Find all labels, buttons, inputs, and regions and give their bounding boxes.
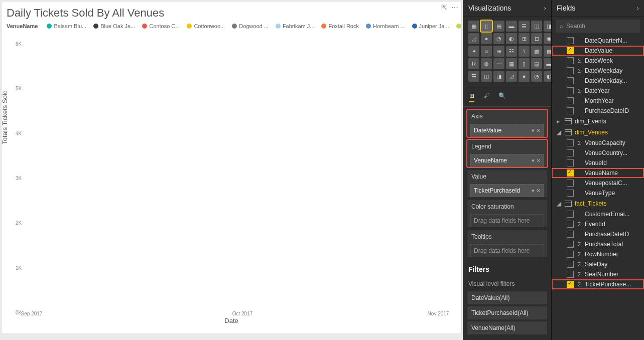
viz-type-icon[interactable]: ◍: [481, 58, 492, 69]
viz-type-icon[interactable]: ⋯: [493, 58, 504, 69]
viz-type-icon[interactable]: ▯: [519, 58, 530, 69]
field-item[interactable]: ΣDateYear: [552, 86, 644, 96]
field-checkbox[interactable]: [567, 211, 574, 218]
field-item[interactable]: DateWeekday...: [552, 76, 644, 86]
viz-type-icon[interactable]: ▬: [506, 21, 517, 32]
field-checkbox[interactable]: [567, 180, 574, 187]
field-checkbox[interactable]: [567, 149, 574, 156]
field-item[interactable]: ΣSaleDay: [552, 259, 644, 269]
table-item[interactable]: ▸dim_Events: [552, 116, 644, 127]
legend-item[interactable]: Fabrikam J...: [276, 23, 315, 29]
format-tab[interactable]: 🖌: [483, 92, 489, 102]
table-item[interactable]: ◢fact_Tickets: [552, 198, 644, 209]
viz-type-icon[interactable]: ◿: [468, 33, 479, 44]
field-checkbox[interactable]: [567, 139, 574, 146]
viz-type-icon[interactable]: ▩: [531, 46, 542, 57]
analytics-tab[interactable]: 🔍: [498, 92, 506, 102]
axis-field-well[interactable]: Axis DateValue▾ ✕: [467, 110, 547, 137]
remove-field-icon[interactable]: ▾ ✕: [532, 157, 541, 164]
viz-type-icon[interactable]: ⊞: [519, 33, 530, 44]
field-item[interactable]: ΣVenueCapacity: [552, 138, 644, 148]
field-checkbox[interactable]: [567, 77, 574, 84]
field-item[interactable]: MonthYear: [552, 96, 644, 106]
viz-type-icon[interactable]: ◔: [531, 71, 542, 82]
viz-type-icon[interactable]: ◔: [493, 33, 504, 44]
viz-type-icon[interactable]: ◨: [493, 71, 504, 82]
viz-type-icon[interactable]: ⊕: [493, 46, 504, 57]
remove-field-icon[interactable]: ▾ ✕: [532, 188, 541, 194]
viz-type-icon[interactable]: ☰: [468, 71, 479, 82]
legend-field-well[interactable]: Legend VenueName▾ ✕: [467, 140, 547, 167]
viz-type-icon[interactable]: ●: [481, 33, 492, 44]
chart-visual[interactable]: ⇱ ⋯ Daily Tickets Sold By All Venues Ven…: [2, 2, 461, 333]
focus-mode-icon[interactable]: ⇱: [441, 4, 447, 12]
viz-type-icon[interactable]: ▦: [506, 58, 517, 69]
legend-item[interactable]: Hornbeam ...: [366, 23, 405, 29]
field-item[interactable]: DateQuarterN...: [552, 36, 644, 46]
field-item[interactable]: ΣPurchaseTotal: [552, 239, 644, 249]
viz-type-icon[interactable]: ▤: [493, 21, 504, 32]
fields-search[interactable]: ⌕ Search: [556, 20, 640, 33]
color-saturation-well[interactable]: Color saturation Drag data fields here: [467, 200, 547, 227]
viz-type-icon[interactable]: R: [468, 58, 479, 69]
legend-item[interactable]: Cottonwoo...: [187, 23, 225, 29]
viz-type-icon[interactable]: ☰: [519, 21, 530, 32]
viz-type-icon[interactable]: ◫: [481, 71, 492, 82]
value-field-well[interactable]: Value TicketPurchaseId▾ ✕: [467, 170, 547, 197]
filter-item[interactable]: VenueName(All): [467, 321, 547, 334]
field-checkbox[interactable]: [567, 97, 574, 104]
legend-item[interactable]: Dogwood ...: [232, 23, 269, 29]
field-checkbox[interactable]: [567, 37, 574, 44]
fields-tab[interactable]: ⊞: [469, 92, 474, 102]
field-checkbox[interactable]: [567, 159, 574, 166]
field-checkbox[interactable]: [567, 57, 574, 64]
field-checkbox[interactable]: [567, 169, 574, 177]
tooltips-well[interactable]: Tooltips Drag data fields here: [467, 230, 547, 257]
viz-type-icon[interactable]: ⑊: [519, 46, 530, 57]
legend-item[interactable]: Foxtail Rock: [321, 23, 359, 29]
field-item[interactable]: CustomerEmai...: [552, 209, 644, 219]
field-item[interactable]: VenueCountry...: [552, 148, 644, 158]
visual-options-icon[interactable]: ⋯: [451, 4, 458, 12]
legend-item[interactable]: Juniper Ja...: [412, 23, 449, 29]
remove-field-icon[interactable]: ▾ ✕: [532, 127, 541, 134]
field-checkbox[interactable]: [567, 281, 574, 288]
field-checkbox[interactable]: [567, 107, 574, 114]
field-item[interactable]: VenueId: [552, 158, 644, 168]
viz-type-icon[interactable]: ⌾: [481, 46, 492, 57]
field-item[interactable]: VenueName: [552, 168, 644, 178]
legend-item[interactable]: Lime Tree T...: [456, 23, 461, 29]
field-checkbox[interactable]: [567, 221, 574, 228]
field-item[interactable]: PurchaseDateID: [552, 229, 644, 239]
field-item[interactable]: ΣTicketPurchase...: [552, 279, 644, 289]
field-checkbox[interactable]: [567, 251, 574, 258]
filter-item[interactable]: DateValue(All): [467, 291, 547, 304]
legend-item[interactable]: Blue Oak Ja...: [93, 23, 135, 29]
field-item[interactable]: ΣDateWeekday: [552, 66, 644, 76]
field-item[interactable]: ΣSeatNumber: [552, 269, 644, 279]
viz-type-icon[interactable]: ●: [519, 71, 530, 82]
field-item[interactable]: VenuepostalC...: [552, 178, 644, 188]
viz-type-icon[interactable]: ◫: [531, 21, 542, 32]
legend-item[interactable]: Balsam Blu...: [47, 23, 86, 29]
field-item[interactable]: VenueType: [552, 188, 644, 198]
field-item[interactable]: ΣDateWeek: [552, 56, 644, 66]
field-checkbox[interactable]: [567, 271, 574, 278]
viz-type-icon[interactable]: ◐: [506, 33, 517, 44]
fields-header[interactable]: Fields›: [552, 0, 644, 17]
field-checkbox[interactable]: [567, 231, 574, 238]
field-item[interactable]: PurchaseDateID: [552, 106, 644, 116]
viz-type-icon[interactable]: ◿: [506, 71, 517, 82]
field-checkbox[interactable]: [567, 47, 574, 54]
field-item[interactable]: ΣRowNumber: [552, 249, 644, 259]
field-checkbox[interactable]: [567, 241, 574, 248]
filter-item[interactable]: TicketPurchaseId(All): [467, 306, 547, 319]
field-checkbox[interactable]: [567, 67, 574, 74]
viz-type-icon[interactable]: ☷: [506, 46, 517, 57]
field-item[interactable]: DateValue: [552, 46, 644, 56]
field-item[interactable]: ΣEventId: [552, 219, 644, 229]
viz-type-icon[interactable]: ▤: [531, 58, 542, 69]
field-checkbox[interactable]: [567, 87, 574, 94]
viz-type-icon[interactable]: ▯: [481, 21, 492, 32]
legend-item[interactable]: Contoso C...: [142, 23, 180, 29]
